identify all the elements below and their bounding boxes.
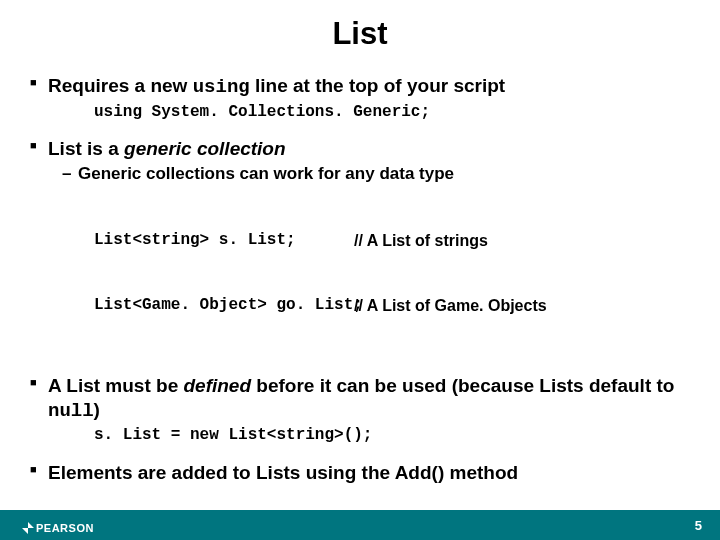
code-using-line: using System. Collections. Generic; bbox=[30, 102, 690, 124]
brand-text: PEARSON bbox=[36, 522, 94, 534]
page-number: 5 bbox=[695, 518, 702, 533]
text: line at the top of your script bbox=[250, 75, 505, 96]
text: ) bbox=[94, 399, 100, 420]
subbullet-generic-any-type: Generic collections can work for any dat… bbox=[30, 163, 690, 185]
text: List is a bbox=[48, 138, 124, 159]
comment: // A List of strings bbox=[354, 230, 488, 252]
slide-title: List bbox=[0, 0, 720, 60]
slide-content: Requires a new using line at the top of … bbox=[0, 74, 720, 540]
code-define-list: s. List = new List<string>(); bbox=[30, 425, 690, 447]
text: before it can be used (because Lists def… bbox=[251, 375, 674, 396]
text: Requires a new bbox=[48, 75, 193, 96]
code-inline: using bbox=[193, 76, 250, 98]
bullet-generic-collection: List is a generic collection bbox=[30, 137, 690, 161]
pearson-logo: PEARSON bbox=[22, 522, 94, 534]
code-row: List<string> s. List;// A List of string… bbox=[94, 230, 690, 252]
bullet-add-method: Elements are added to Lists using the Ad… bbox=[30, 461, 690, 485]
code: List<string> s. List; bbox=[94, 230, 354, 252]
text-italic: defined bbox=[183, 375, 251, 396]
footer-bar: PEARSON 5 bbox=[0, 510, 720, 540]
code: List<Game. Object> go. List; bbox=[94, 295, 354, 317]
bullet-requires-using: Requires a new using line at the top of … bbox=[30, 74, 690, 100]
bullet-must-define: A List must be defined before it can be … bbox=[30, 374, 690, 424]
text: A List must be bbox=[48, 375, 183, 396]
code-list-decls: List<string> s. List;// A List of string… bbox=[30, 187, 690, 360]
text-italic: generic collection bbox=[124, 138, 286, 159]
logo-icon bbox=[22, 522, 34, 534]
slide: List Requires a new using line at the to… bbox=[0, 0, 720, 540]
code-inline: null bbox=[48, 400, 94, 422]
code-row: List<Game. Object> go. List;// A List of… bbox=[94, 295, 690, 317]
comment: // A List of Game. Objects bbox=[354, 295, 547, 317]
